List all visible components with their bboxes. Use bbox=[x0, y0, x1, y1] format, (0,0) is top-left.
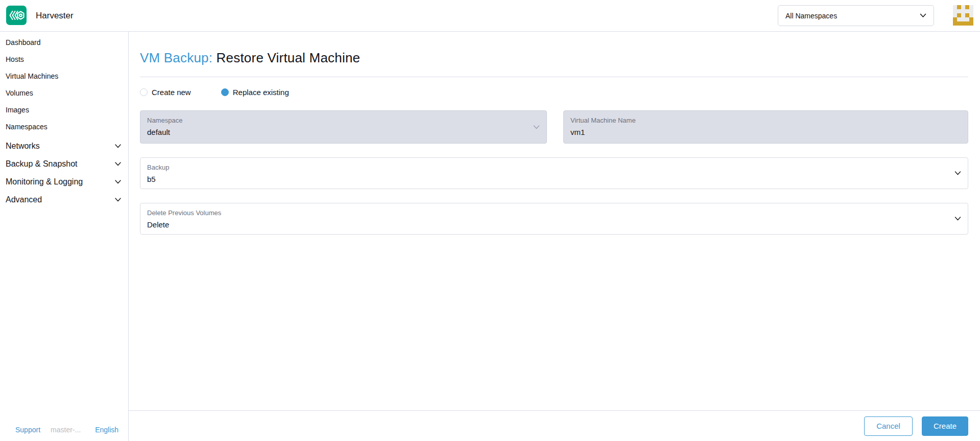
namespace-filter-dropdown[interactable]: All Namespaces bbox=[778, 5, 934, 26]
create-button[interactable]: Create bbox=[922, 416, 968, 436]
avatar-pixel bbox=[965, 13, 969, 17]
sidebar-item-dashboard[interactable]: Dashboard bbox=[0, 34, 128, 51]
delete-previous-volumes-select[interactable]: Delete Previous Volumes Delete bbox=[140, 203, 968, 235]
main-content: VM Backup: Restore Virtual Machine Creat… bbox=[129, 32, 980, 441]
avatar-pixel bbox=[961, 13, 965, 17]
chevron-down-icon bbox=[115, 162, 121, 166]
version-label: master-... bbox=[51, 426, 81, 434]
radio-replace-existing-circle[interactable] bbox=[221, 88, 229, 96]
sidebar-item-label: Backup & Snapshot bbox=[6, 159, 115, 169]
backup-select[interactable]: Backup b5 bbox=[140, 157, 968, 189]
vm-name-field: Virtual Machine Name vm1 bbox=[563, 110, 968, 144]
chevron-down-icon bbox=[115, 198, 121, 202]
sidebar-item-label: Namespaces bbox=[6, 123, 121, 131]
cancel-button[interactable]: Cancel bbox=[864, 416, 913, 436]
avatar-pixel bbox=[969, 21, 973, 26]
app-title: Harvester bbox=[36, 0, 74, 32]
avatar-pixel bbox=[953, 13, 957, 17]
user-avatar[interactable] bbox=[953, 5, 973, 26]
chevron-down-icon bbox=[533, 125, 540, 129]
avatar-pixel bbox=[953, 5, 957, 9]
avatar-pixel bbox=[969, 17, 973, 21]
harvester-logo-icon[interactable] bbox=[6, 6, 27, 25]
page-title: VM Backup: Restore Virtual Machine bbox=[140, 50, 968, 66]
sidebar-item-monitoring-logging[interactable]: Monitoring & Logging bbox=[0, 173, 128, 191]
top-header: Harvester All Namespaces bbox=[0, 0, 980, 32]
avatar-pixel bbox=[961, 21, 965, 26]
backup-select-value: b5 bbox=[147, 174, 961, 184]
sidebar-item-label: Virtual Machines bbox=[6, 72, 121, 80]
avatar-pixel bbox=[961, 17, 965, 21]
backup-select-label: Backup bbox=[147, 163, 961, 172]
namespace-field: Namespace default bbox=[140, 110, 547, 144]
avatar-pixel bbox=[961, 9, 965, 13]
avatar-pixel bbox=[965, 5, 969, 9]
sidebar-footer: Support master-... English bbox=[0, 426, 129, 434]
delete-previous-volumes-value: Delete bbox=[147, 220, 961, 229]
sidebar-item-namespaces[interactable]: Namespaces bbox=[0, 118, 128, 135]
avatar-pixel bbox=[957, 13, 961, 17]
vm-name-field-value: vm1 bbox=[570, 127, 961, 137]
sidebar-item-images[interactable]: Images bbox=[0, 101, 128, 118]
sidebar-item-backup-snapshot[interactable]: Backup & Snapshot bbox=[0, 155, 128, 173]
sidebar-item-label: Networks bbox=[6, 142, 115, 151]
sidebar-item-hosts[interactable]: Hosts bbox=[0, 51, 128, 67]
namespace-field-label: Namespace bbox=[147, 116, 539, 125]
action-footer: Cancel Create bbox=[129, 410, 980, 441]
avatar-pixel bbox=[953, 9, 957, 13]
language-link[interactable]: English bbox=[95, 426, 118, 434]
avatar-pixel bbox=[953, 17, 957, 21]
avatar-pixel bbox=[965, 17, 969, 21]
avatar-pixel bbox=[965, 21, 969, 26]
sidebar-item-virtual-machines[interactable]: Virtual Machines bbox=[0, 67, 128, 84]
vm-name-field-label: Virtual Machine Name bbox=[570, 116, 961, 125]
sidebar-item-volumes[interactable]: Volumes bbox=[0, 84, 128, 101]
sidebar-item-label: Volumes bbox=[6, 89, 121, 97]
chevron-down-icon bbox=[115, 144, 121, 148]
radio-create-new-circle[interactable] bbox=[140, 88, 148, 96]
page-title-main: Restore Virtual Machine bbox=[217, 50, 361, 65]
namespace-filter-value: All Namespaces bbox=[785, 12, 920, 20]
sidebar-item-networks[interactable]: Networks bbox=[0, 137, 128, 155]
sidebar-item-label: Advanced bbox=[6, 195, 115, 204]
title-divider bbox=[140, 77, 968, 77]
avatar-pixel bbox=[961, 5, 965, 9]
avatar-pixel bbox=[969, 13, 973, 17]
avatar-pixel bbox=[965, 9, 969, 13]
support-link[interactable]: Support bbox=[15, 426, 40, 434]
delete-previous-volumes-label: Delete Previous Volumes bbox=[147, 208, 961, 217]
radio-create-new[interactable]: Create new bbox=[140, 88, 191, 97]
chevron-down-icon bbox=[920, 13, 926, 18]
page-title-prefix: VM Backup: bbox=[140, 50, 212, 65]
sidebar-item-label: Monitoring & Logging bbox=[6, 177, 115, 187]
sidebar-item-label: Images bbox=[6, 106, 121, 114]
sidebar: DashboardHostsVirtual MachinesVolumesIma… bbox=[0, 32, 129, 441]
avatar-pixel bbox=[957, 21, 961, 26]
restore-mode-radio-group: Create new Replace existing bbox=[140, 88, 968, 97]
sidebar-item-label: Hosts bbox=[6, 55, 121, 63]
sidebar-nav: DashboardHostsVirtual MachinesVolumesIma… bbox=[0, 32, 128, 208]
chevron-down-icon bbox=[115, 180, 121, 184]
namespace-field-value: default bbox=[147, 127, 539, 137]
radio-replace-existing[interactable]: Replace existing bbox=[221, 88, 289, 97]
avatar-pixel bbox=[957, 17, 961, 21]
chevron-down-icon bbox=[954, 217, 961, 221]
chevron-down-icon bbox=[954, 171, 961, 176]
avatar-pixel bbox=[957, 5, 961, 9]
avatar-pixel bbox=[957, 9, 961, 13]
radio-create-new-label: Create new bbox=[152, 88, 191, 97]
avatar-pixel bbox=[953, 21, 957, 26]
radio-replace-existing-label: Replace existing bbox=[233, 88, 289, 97]
sidebar-item-advanced[interactable]: Advanced bbox=[0, 191, 128, 208]
avatar-pixel bbox=[969, 9, 973, 13]
sidebar-item-label: Dashboard bbox=[6, 38, 121, 47]
avatar-pixel bbox=[969, 5, 973, 9]
